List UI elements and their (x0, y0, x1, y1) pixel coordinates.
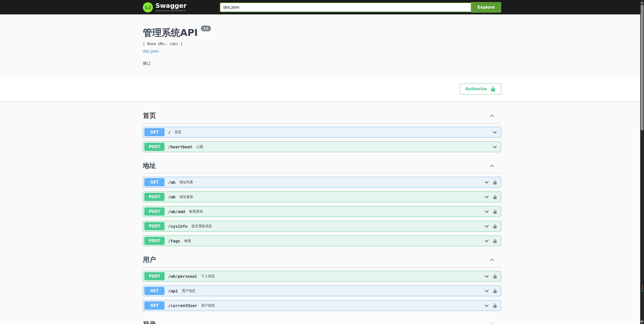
operations-list: 首页 GET / 首页 POST /heartbeat 心跳 (143, 101, 501, 324)
operation-summary: 首页 (175, 130, 181, 134)
base-url: [ Base URL: /api ] (143, 42, 501, 46)
lock-icon[interactable] (493, 209, 497, 214)
operation-summary: 用户信息 (182, 289, 196, 293)
operation-path: / (168, 130, 171, 135)
method-badge: POST (144, 222, 165, 230)
scroll-minimap (641, 283, 644, 293)
info-section: 管理系统API 1.0 [ Base URL: /api ] doc.json … (0, 14, 644, 77)
api-title-text: 管理系统API (143, 27, 198, 39)
operation-row[interactable]: POST /ab 地址更新 (143, 192, 501, 202)
operation-path: /sysinfo (168, 224, 187, 229)
operation-row[interactable]: GET /api 用户信息 (143, 286, 501, 296)
version-badge: 1.0 (201, 26, 211, 31)
chevron-down-icon[interactable] (484, 194, 489, 200)
operation-path: /ab/personal (168, 274, 197, 279)
spec-url-input[interactable] (220, 3, 471, 12)
operation-path: /ab (168, 195, 175, 199)
chevron-down-icon[interactable] (484, 238, 489, 244)
lock-icon[interactable] (493, 239, 497, 243)
lock-icon[interactable] (493, 274, 497, 279)
api-title: 管理系统API 1.0 (143, 27, 501, 39)
chevron-down-icon[interactable] (484, 288, 489, 294)
spec-link[interactable]: doc.json (143, 49, 159, 54)
swagger-logo[interactable]: {…} Swagger Supported by SMARTBEAR (143, 2, 186, 12)
operation-row[interactable]: GET /ab 地址列表 (143, 177, 501, 188)
operation-summary: 个人信息 (201, 274, 215, 279)
tag-section: 首页 GET / 首页 POST /heartbeat 心跳 (143, 106, 501, 152)
chevron-down-icon[interactable] (492, 130, 497, 135)
method-badge: GET (144, 178, 165, 186)
operation-row[interactable]: POST /heartbeat 心跳 (143, 142, 501, 152)
operation-path: /ab (168, 180, 175, 185)
operation-row[interactable]: GET /currentUser 用户信息 (143, 300, 501, 311)
tag-title: 地址 (143, 161, 156, 170)
swagger-logo-icon: {…} (143, 2, 153, 12)
tag-section: 登录 POST /login 登录 POST /login/outLogin 退… (143, 315, 501, 324)
chevron-up-icon[interactable] (489, 163, 495, 169)
authorize-label: Authorize (465, 87, 487, 91)
topbar: {…} Swagger Supported by SMARTBEAR Explo… (0, 0, 644, 14)
operation-summary: 心跳 (196, 145, 203, 149)
scrollbar-thumb[interactable] (641, 5, 643, 130)
operation-row[interactable]: POST /tags 标签 (143, 236, 501, 246)
operation-summary: 地址列表 (179, 180, 193, 184)
authorize-button[interactable]: Authorize (460, 83, 501, 95)
operation-row[interactable]: GET / 首页 (143, 127, 501, 137)
operation-summary: 标签添加 (189, 209, 203, 214)
explore-button[interactable]: Explore (471, 2, 501, 13)
scrollbar-track[interactable] (640, 0, 644, 324)
tag-header[interactable]: 地址 (143, 159, 501, 173)
chevron-up-icon[interactable] (489, 257, 495, 263)
method-badge: POST (144, 143, 165, 151)
tag-header[interactable]: 首页 (143, 109, 501, 123)
chevron-down-icon[interactable] (484, 180, 489, 185)
brand-title: Swagger (155, 3, 186, 9)
scrollbar-up-arrow-icon[interactable] (640, 1, 644, 4)
tag-title: 首页 (143, 111, 156, 120)
lock-icon[interactable] (493, 303, 497, 308)
spec-url-bar: Explore (220, 2, 501, 13)
operation-summary: 用户信息 (201, 303, 215, 308)
method-badge: GET (144, 128, 165, 136)
operation-path: /api (168, 289, 178, 293)
chevron-down-icon[interactable] (484, 224, 489, 229)
method-badge: POST (144, 237, 165, 245)
operation-row[interactable]: POST /ab/add 标签添加 (143, 206, 501, 217)
method-badge: GET (144, 302, 165, 310)
operation-path: /currentUser (168, 303, 197, 308)
method-badge: POST (144, 272, 165, 280)
tag-header[interactable]: 用户 (143, 253, 501, 267)
operation-row[interactable]: POST /ab/personal 个人信息 (143, 271, 501, 282)
lock-icon[interactable] (493, 180, 497, 185)
operation-summary: 地址更新 (179, 195, 193, 199)
chevron-down-icon[interactable] (484, 209, 489, 214)
method-badge: POST (144, 193, 165, 201)
chevron-up-icon[interactable] (489, 322, 495, 324)
operation-path: /heartbeat (168, 145, 192, 149)
chevron-down-icon[interactable] (484, 303, 489, 308)
lock-icon[interactable] (493, 289, 497, 293)
chevron-down-icon[interactable] (492, 144, 497, 150)
method-badge: GET (144, 287, 165, 295)
tag-section: 地址 GET /ab 地址列表 POST (143, 156, 501, 246)
lock-icon[interactable] (493, 195, 497, 199)
tag-section: 用户 POST /ab/personal 个人信息 (143, 250, 501, 311)
api-description: 接口 (143, 61, 501, 66)
operation-summary: 提交系统信息 (192, 224, 212, 228)
unlock-icon (490, 86, 496, 92)
operation-path: /ab/add (168, 209, 185, 214)
operation-row[interactable]: POST /sysinfo 提交系统信息 (143, 221, 501, 232)
tag-title: 登录 (143, 320, 156, 324)
chevron-down-icon[interactable] (484, 274, 489, 279)
tag-header[interactable]: 登录 (143, 317, 501, 324)
operation-path: /tags (168, 239, 180, 243)
lock-icon[interactable] (493, 224, 497, 229)
brand-subtitle: Supported by SMARTBEAR (155, 10, 186, 12)
method-badge: POST (144, 207, 165, 216)
operation-summary: 标签 (184, 239, 191, 243)
scheme-container: Authorize (0, 77, 644, 101)
scrollbar-down-arrow-icon[interactable] (640, 321, 644, 323)
tag-title: 用户 (143, 255, 156, 264)
chevron-up-icon[interactable] (489, 113, 495, 119)
